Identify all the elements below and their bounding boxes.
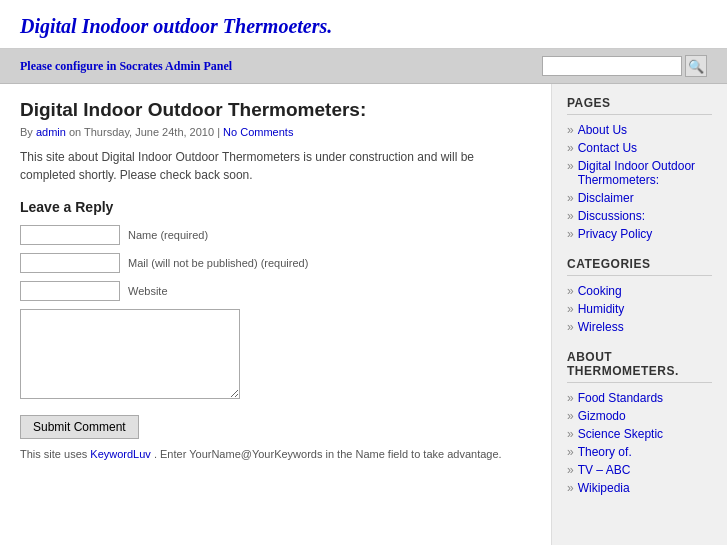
list-item: Contact Us	[567, 141, 712, 155]
sidebar-link[interactable]: Gizmodo	[578, 409, 626, 423]
main-content: Digital Indoor Outdoor Thermometers: By …	[0, 84, 552, 545]
site-title-link[interactable]: Digital Inodoor outdoor Thermoeters.	[20, 15, 332, 37]
sidebar-link[interactable]: Privacy Policy	[578, 227, 653, 241]
submit-comment-button[interactable]: Submit Comment	[20, 415, 139, 439]
sidebar-link[interactable]: Disclaimer	[578, 191, 634, 205]
sidebar-pages-section: PAGES About UsContact UsDigital Indoor O…	[567, 96, 712, 241]
list-item: TV – ABC	[567, 463, 712, 477]
website-row: Website	[20, 281, 531, 301]
website-input[interactable]	[20, 281, 120, 301]
name-input[interactable]	[20, 225, 120, 245]
search-button[interactable]: 🔍	[685, 55, 707, 77]
navbar: Please configure in Socrates Admin Panel…	[0, 49, 727, 84]
list-item: Digital Indoor Outdoor Thermometers:	[567, 159, 712, 187]
list-item: Gizmodo	[567, 409, 712, 423]
sidebar-link[interactable]: About Us	[578, 123, 627, 137]
email-row: Mail (will not be published) (required)	[20, 253, 531, 273]
sidebar-link[interactable]: Digital Indoor Outdoor Thermometers:	[578, 159, 712, 187]
navbar-config-text: Please configure in Socrates Admin Panel	[20, 59, 232, 74]
leave-reply-section: Leave a Reply Name (required) Mail (will…	[20, 199, 531, 462]
comment-row	[20, 309, 531, 399]
list-item: Science Skeptic	[567, 427, 712, 441]
sidebar-pages-list: About UsContact UsDigital Indoor Outdoor…	[567, 123, 712, 241]
email-input[interactable]	[20, 253, 120, 273]
website-label: Website	[128, 285, 168, 297]
sidebar-about-list: Food StandardsGizmodoScience SkepticTheo…	[567, 391, 712, 495]
search-input[interactable]	[542, 56, 682, 76]
sidebar-link[interactable]: Humidity	[578, 302, 625, 316]
sidebar-link[interactable]: Cooking	[578, 284, 622, 298]
list-item: Food Standards	[567, 391, 712, 405]
sidebar-categories-list: CookingHumidityWireless	[567, 284, 712, 334]
meta-date: Thursday, June 24th, 2010	[84, 126, 214, 138]
name-row: Name (required)	[20, 225, 531, 245]
sidebar-link[interactable]: Discussions:	[578, 209, 645, 223]
keywordluv-link[interactable]: KeywordLuv	[90, 448, 151, 460]
sidebar-categories-heading: CATEGORIES	[567, 257, 712, 276]
list-item: Wikipedia	[567, 481, 712, 495]
sidebar-about-section: ABOUT THERMOMETERS. Food StandardsGizmod…	[567, 350, 712, 495]
article-title: Digital Indoor Outdoor Thermometers:	[20, 99, 531, 121]
list-item: Wireless	[567, 320, 712, 334]
list-item: Cooking	[567, 284, 712, 298]
sidebar-pages-heading: PAGES	[567, 96, 712, 115]
email-label: Mail (will not be published) (required)	[128, 257, 308, 269]
sidebar-link[interactable]: TV – ABC	[578, 463, 631, 477]
sidebar-categories-section: CATEGORIES CookingHumidityWireless	[567, 257, 712, 334]
sidebar-about-heading: ABOUT THERMOMETERS.	[567, 350, 712, 383]
comment-textarea[interactable]	[20, 309, 240, 399]
meta-comments-link[interactable]: No Comments	[223, 126, 293, 138]
sidebar-link[interactable]: Theory of.	[578, 445, 632, 459]
sidebar-link[interactable]: Wikipedia	[578, 481, 630, 495]
name-label: Name (required)	[128, 229, 208, 241]
sidebar: PAGES About UsContact UsDigital Indoor O…	[552, 84, 727, 545]
meta-author-link[interactable]: admin	[36, 126, 66, 138]
list-item: Theory of.	[567, 445, 712, 459]
sidebar-link[interactable]: Contact Us	[578, 141, 637, 155]
list-item: Humidity	[567, 302, 712, 316]
search-wrap: 🔍	[542, 55, 707, 77]
sidebar-link[interactable]: Food Standards	[578, 391, 663, 405]
sidebar-link[interactable]: Wireless	[578, 320, 624, 334]
list-item: Discussions:	[567, 209, 712, 223]
list-item: Privacy Policy	[567, 227, 712, 241]
leave-reply-heading: Leave a Reply	[20, 199, 531, 215]
sidebar-link[interactable]: Science Skeptic	[578, 427, 663, 441]
bottom-note: This site uses KeywordLuv . Enter YourNa…	[20, 447, 531, 462]
list-item: About Us	[567, 123, 712, 137]
intro-paragraph: This site about Digital Indoor Outdoor T…	[20, 148, 531, 184]
list-item: Disclaimer	[567, 191, 712, 205]
article-meta: By admin on Thursday, June 24th, 2010 | …	[20, 126, 531, 138]
